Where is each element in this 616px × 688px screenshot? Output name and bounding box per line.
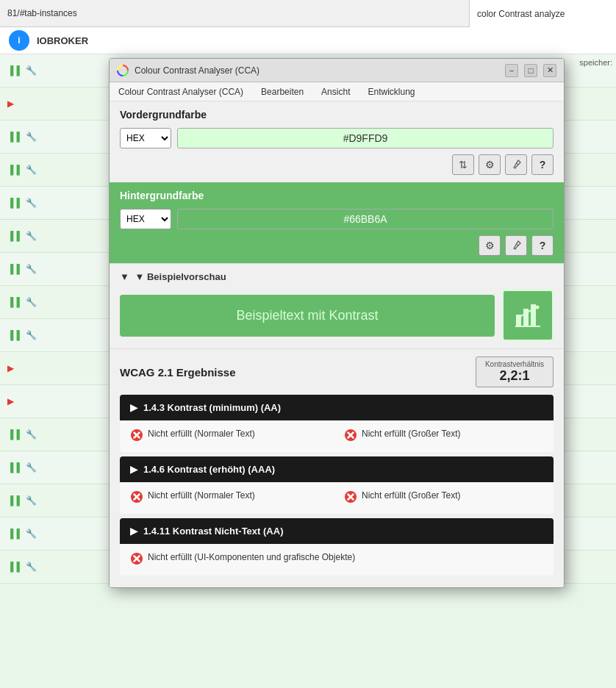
- fail-icon: [130, 490, 143, 506]
- wcag-test-1411-header[interactable]: ▶ 1.4.11 Kontrast Nicht-Text (AA): [120, 518, 554, 544]
- wcag-test-146-label: 1.4.6 Kontrast (erhöht) (AAA): [143, 464, 275, 475]
- pause-icon: ▐▐: [7, 330, 20, 340]
- foreground-format-select[interactable]: HEX RGB HSL: [120, 128, 171, 148]
- preview-triangle-icon: ▼: [120, 271, 129, 282]
- tool-icon: 🔧: [26, 198, 37, 208]
- browser-tab[interactable]: 81/#tab-instances: [7, 8, 77, 18]
- background-eyedropper-button[interactable]: [505, 235, 527, 256]
- browser-search-area: color Contrast analyze: [469, 0, 616, 27]
- minimize-button[interactable]: −: [505, 64, 518, 77]
- pause-icon: ▐▐: [7, 65, 20, 76]
- cca-window: Colour Contrast Analyser (CCA) − □ ✕ Col…: [109, 58, 565, 588]
- sliders-button[interactable]: ⚙: [479, 154, 501, 175]
- pause-icon: ▐▐: [7, 165, 20, 175]
- wcag-test-143-body: Nicht erfüllt (Normaler Text) Nicht erfü…: [120, 420, 554, 452]
- contrast-ratio-box: Kontrastverhältnis 2,2:1: [476, 356, 554, 387]
- fail-icon: [130, 429, 143, 445]
- play-icon: ▶: [7, 396, 14, 406]
- tool-icon: 🔧: [26, 429, 37, 440]
- pause-icon: ▐▐: [7, 264, 20, 274]
- background-input-row: HEX RGB HSL: [120, 209, 554, 229]
- window-title: Colour Contrast Analyser (CCA): [135, 65, 499, 76]
- menu-item-bearbeiten[interactable]: Bearbeiten: [258, 85, 307, 98]
- help-button[interactable]: ?: [531, 154, 554, 175]
- pause-icon: ▐▐: [7, 231, 20, 241]
- foreground-color-input[interactable]: [177, 128, 554, 148]
- fail-icon: [344, 429, 357, 445]
- wcag-result-item: Nicht erfüllt (Großer Text): [344, 428, 543, 445]
- background-label: Hintergrundfarbe: [120, 190, 554, 201]
- fail-icon: [130, 552, 143, 568]
- iobroker-header: i IOBROKER: [0, 27, 616, 54]
- preview-chart-box: [502, 290, 554, 341]
- tool-icon: 🔧: [26, 528, 37, 539]
- background-control-btns: ⚙ ?: [120, 235, 554, 256]
- wcag-test-1411: ▶ 1.4.11 Kontrast Nicht-Text (AA) Nicht …: [120, 518, 554, 576]
- preview-sample-text: Beispieltext mit Kontrast: [236, 308, 378, 323]
- maximize-button[interactable]: □: [524, 64, 537, 77]
- sort-button[interactable]: ⇅: [452, 154, 474, 175]
- pause-icon: ▐▐: [7, 528, 20, 539]
- contrast-ratio-label: Kontrastverhältnis: [485, 360, 544, 368]
- window-menubar: Colour Contrast Analyser (CCA) Bearbeite…: [110, 82, 564, 101]
- wcag-test-143: ▶ 1.4.3 Kontrast (minimum) (AA) Nicht er…: [120, 395, 554, 452]
- search-text: color Contrast analyze: [477, 9, 565, 19]
- svg-point-7: [536, 306, 540, 309]
- pause-icon: ▐▐: [7, 297, 20, 307]
- background-section: Hintergrundfarbe HEX RGB HSL ⚙ ?: [110, 182, 564, 263]
- wcag-result-item: Nicht erfüllt (Normaler Text): [130, 428, 329, 445]
- result-text: Nicht erfüllt (UI-Komponenten und grafis…: [148, 551, 355, 564]
- wcag-test-146-body: Nicht erfüllt (Normaler Text) Nicht erfü…: [120, 482, 554, 514]
- pause-icon: ▐▐: [7, 429, 20, 440]
- foreground-section: Vordergrundfarbe HEX RGB HSL ⇅ ⚙: [110, 101, 564, 182]
- tool-icon: 🔧: [26, 231, 37, 241]
- eyedropper-icon: [511, 160, 521, 170]
- background-format-select[interactable]: HEX RGB HSL: [120, 209, 171, 229]
- eyedropper-button[interactable]: [505, 154, 527, 175]
- chart-icon: [514, 301, 542, 329]
- tool-icon: 🔧: [26, 330, 37, 340]
- wcag-result-item: Nicht erfüllt (Großer Text): [344, 490, 543, 506]
- iobroker-logo: i: [9, 30, 29, 51]
- tool-icon: 🔧: [26, 65, 37, 76]
- pause-icon: ▐▐: [7, 495, 20, 506]
- tool-icon: 🔧: [26, 264, 37, 274]
- background-help-button[interactable]: ?: [531, 235, 554, 256]
- triangle-icon-143: ▶: [130, 402, 137, 413]
- menu-item-cca[interactable]: Colour Contrast Analyser (CCA): [115, 85, 246, 98]
- menu-item-ansicht[interactable]: Ansicht: [318, 85, 353, 98]
- menu-item-entwicklung[interactable]: Entwicklung: [365, 85, 418, 98]
- foreground-input-row: HEX RGB HSL: [120, 128, 554, 148]
- fail-icon: [344, 490, 357, 506]
- wcag-test-1411-label: 1.4.11 Kontrast Nicht-Text (AA): [143, 526, 283, 537]
- triangle-icon-1411: ▶: [130, 526, 137, 537]
- wcag-title: WCAG 2.1 Ergebnisse: [120, 366, 236, 379]
- background-eyedropper-icon: [511, 240, 521, 251]
- tool-icon: 🔧: [26, 495, 37, 506]
- wcag-section: WCAG 2.1 Ergebnisse Kontrastverhältnis 2…: [110, 348, 564, 587]
- preview-content: Beispieltext mit Kontrast: [120, 290, 554, 341]
- tool-icon: 🔧: [26, 462, 37, 473]
- result-text: Nicht erfüllt (Großer Text): [362, 428, 460, 440]
- result-text: Nicht erfüllt (Großer Text): [362, 490, 460, 502]
- tool-icon: 🔧: [26, 165, 37, 175]
- background-color-input[interactable]: [177, 209, 554, 229]
- color-wheel-icon: [117, 65, 129, 76]
- close-button[interactable]: ✕: [543, 64, 556, 77]
- bg-page: i IOBROKER ▐▐🔧 ▶ ▐▐🔧 ▐▐🔧 ▐▐🔧 ▐▐🔧 ▐▐🔧 ▐▐🔧…: [0, 27, 616, 688]
- preview-label: ▼ Beispielvorschau: [135, 271, 226, 282]
- wcag-test-1411-body: Nicht erfüllt (UI-Komponenten und grafis…: [120, 544, 554, 576]
- result-text: Nicht erfüllt (Normaler Text): [148, 428, 255, 440]
- tool-icon: 🔧: [26, 297, 37, 307]
- foreground-control-btns: ⇅ ⚙ ?: [120, 154, 554, 175]
- tool-icon: 🔧: [26, 132, 37, 142]
- preview-section: ▼ ▼ Beispielvorschau Beispieltext mit Ko…: [110, 263, 564, 348]
- window-titlebar: Colour Contrast Analyser (CCA) − □ ✕: [110, 59, 564, 82]
- wcag-header: WCAG 2.1 Ergebnisse Kontrastverhältnis 2…: [120, 356, 554, 387]
- wcag-test-146: ▶ 1.4.6 Kontrast (erhöht) (AAA) Nicht er…: [120, 456, 554, 514]
- background-sliders-button[interactable]: ⚙: [479, 235, 501, 256]
- contrast-ratio-value: 2,2:1: [485, 368, 544, 384]
- wcag-test-143-header[interactable]: ▶ 1.4.3 Kontrast (minimum) (AA): [120, 395, 554, 420]
- wcag-test-146-header[interactable]: ▶ 1.4.6 Kontrast (erhöht) (AAA): [120, 456, 554, 482]
- pause-icon: ▐▐: [7, 198, 20, 208]
